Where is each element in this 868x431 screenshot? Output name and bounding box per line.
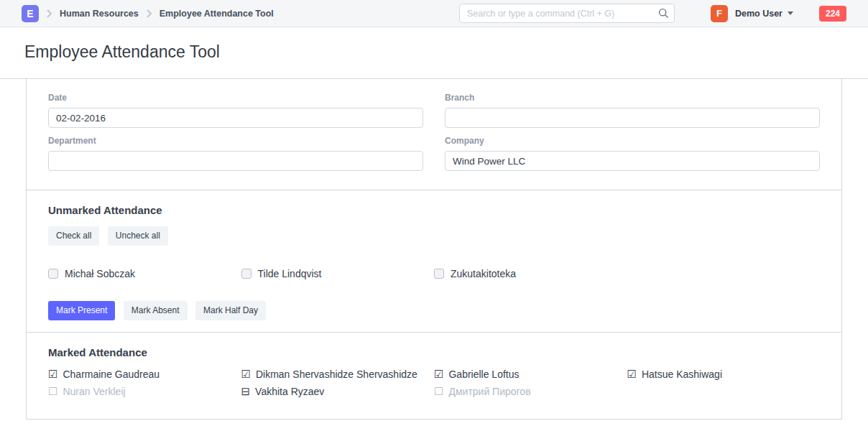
filter-form: Date Branch Department Company (27, 79, 841, 190)
employee-name: Vakhita Ryzaev (255, 386, 324, 397)
employee-name: Дмитрий Пирогов (448, 386, 530, 397)
marked-employee-row: ☑ Charmaine Gaudreau (48, 369, 241, 380)
unmarked-attendance-section: Unmarked Attendance Check all Uncheck al… (27, 190, 841, 332)
employee-checkbox[interactable] (48, 269, 58, 279)
attendance-status-icon: ☑ (627, 369, 637, 379)
global-search (459, 4, 675, 23)
form-field: Department (48, 136, 423, 171)
field-input[interactable] (445, 151, 820, 171)
marked-employee-row: ☑ Hatsue Kashiwagi (627, 369, 821, 380)
attendance-status-icon: ☐ (434, 386, 443, 397)
mark-action-button[interactable]: Mark Absent (124, 301, 188, 320)
chevron-right-icon (46, 9, 52, 18)
field-label: Department (48, 136, 423, 146)
field-input[interactable] (48, 108, 423, 128)
marked-employee-row: ☐ Nuran Verkleij (48, 386, 241, 397)
mark-actions: Mark Present Mark Absent Mark Half Day (48, 301, 820, 320)
search-input[interactable] (459, 4, 675, 23)
chevron-down-icon (788, 11, 793, 15)
employee-name: Gabrielle Loftus (448, 369, 519, 380)
breadcrumb: E Human Resources Employee Attendance To… (22, 5, 274, 22)
attendance-status-icon: ⊟ (241, 386, 251, 397)
employee-checkbox[interactable] (434, 269, 444, 279)
marked-employee-row: ⊟ Vakhita Ryzaev (241, 386, 435, 397)
unmarked-employee-row: Zukutakitoteka (434, 268, 627, 279)
breadcrumb-item-page[interactable]: Employee Attendance Tool (160, 9, 274, 19)
app-logo[interactable]: E (22, 5, 39, 22)
unmarked-employee-row: Tilde Lindqvist (241, 268, 435, 279)
form-field: Date (48, 93, 423, 128)
attendance-status-icon: ☑ (48, 369, 57, 379)
employee-name: Charmaine Gaudreau (63, 369, 160, 380)
employee-name: Zukutakitoteka (451, 268, 516, 279)
employee-name: Michał Sobczak (65, 268, 135, 279)
employee-name: Hatsue Kashiwagi (642, 369, 722, 380)
page-title: Employee Attendance Tool (24, 42, 844, 62)
select-toolbar: Check all Uncheck all (48, 226, 820, 246)
field-label: Company (445, 136, 820, 146)
form-field: Branch (445, 93, 820, 128)
user-name: Demo User (735, 9, 782, 19)
avatar[interactable]: F (711, 5, 728, 22)
unmarked-employee-row: Michał Sobczak (48, 268, 241, 279)
field-input[interactable] (445, 108, 820, 128)
chevron-right-icon (146, 9, 152, 18)
uncheck-all-button[interactable]: Uncheck all (108, 226, 168, 246)
employee-name: Nuran Verkleij (63, 386, 125, 397)
attendance-status-icon: ☑ (434, 369, 443, 379)
attendance-tool-card: Date Branch Department Company Unmarked … (26, 79, 842, 420)
marked-employee-row: ☐ Дмитрий Пирогов (434, 386, 627, 397)
breadcrumb-item-module[interactable]: Human Resources (60, 9, 139, 19)
employee-checkbox[interactable] (241, 269, 251, 279)
unmarked-attendance-title: Unmarked Attendance (48, 204, 820, 216)
marked-employee-row: ☑ Gabrielle Loftus (434, 369, 627, 380)
page-head: Employee Attendance Tool (0, 27, 868, 79)
user-dropdown[interactable]: Demo User (735, 9, 793, 19)
mark-action-button[interactable]: Mark Present (48, 301, 115, 320)
unmarked-employee-list: Michał Sobczak Tilde Lindqvist Zukutakit… (48, 268, 820, 279)
navbar: E Human Resources Employee Attendance To… (0, 0, 868, 27)
mark-action-button[interactable]: Mark Half Day (195, 301, 266, 320)
check-all-button[interactable]: Check all (48, 226, 99, 246)
employee-name: Dikman Shervashidze Shervashidze (256, 369, 417, 380)
field-input[interactable] (48, 151, 423, 171)
field-label: Date (48, 93, 423, 103)
marked-employee-row: ☑ Dikman Shervashidze Shervashidze (241, 369, 435, 380)
attendance-status-icon: ☐ (48, 386, 57, 397)
marked-attendance-title: Marked Attendance (48, 346, 820, 358)
employee-name: Tilde Lindqvist (258, 268, 322, 279)
notification-badge[interactable]: 224 (819, 6, 846, 22)
form-field: Company (445, 136, 820, 171)
field-label: Branch (445, 93, 820, 103)
marked-attendance-section: Marked Attendance ☑ Charmaine Gaudreau ☑… (27, 332, 841, 419)
marked-employee-list: ☑ Charmaine Gaudreau ☑ Dikman Shervashid… (48, 369, 820, 407)
attendance-status-icon: ☑ (241, 369, 251, 379)
